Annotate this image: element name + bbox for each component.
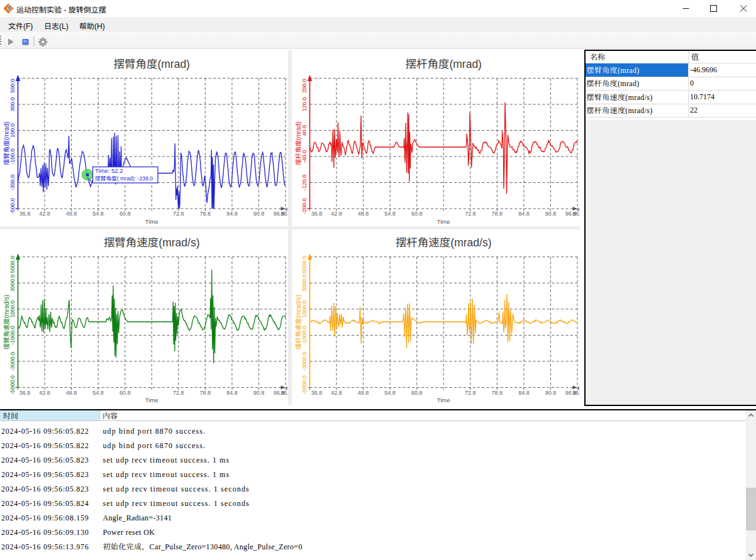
svg-text:60.8: 60.8 xyxy=(120,211,131,217)
svg-text:72.8: 72.8 xyxy=(465,211,476,217)
svg-text:300.0: 300.0 xyxy=(9,97,16,112)
svg-text:84.8: 84.8 xyxy=(226,211,238,217)
svg-text:-5000.0: -5000.0 xyxy=(9,375,16,395)
svg-text:96.: 96. xyxy=(572,211,580,217)
svg-text:-120.0: -120.0 xyxy=(301,175,308,191)
svg-text:90.8: 90.8 xyxy=(545,211,557,217)
svg-text:摆杆角速度(mrad/s): 摆杆角速度(mrad/s) xyxy=(293,295,303,349)
svg-text:Time: Time xyxy=(145,218,158,225)
svg-text:摆杆角度(mrad): 摆杆角度(mrad) xyxy=(293,121,303,165)
svg-text:5000.0: 5000.0 xyxy=(9,256,16,273)
svg-text:90.8: 90.8 xyxy=(253,211,265,217)
svg-text:96.: 96. xyxy=(281,390,288,396)
svg-text:摆臂角度(mrad): 摆臂角度(mrad) xyxy=(113,55,190,71)
svg-text:90.8: 90.8 xyxy=(545,390,557,396)
svg-text:42.8: 42.8 xyxy=(39,390,50,396)
svg-text:48.8: 48.8 xyxy=(66,211,77,217)
svg-text:摆臂角速度(mrad/s): 摆臂角速度(mrad/s) xyxy=(104,234,200,250)
svg-text:3000.0: 3000.0 xyxy=(301,275,308,292)
svg-text:48.8: 48.8 xyxy=(66,390,77,396)
svg-text:5000.0: 5000.0 xyxy=(301,256,308,273)
svg-text:500.0: 500.0 xyxy=(9,79,16,93)
svg-text:96.: 96. xyxy=(572,390,580,396)
svg-text:42.8: 42.8 xyxy=(331,390,342,396)
svg-text:36.8: 36.8 xyxy=(311,211,323,217)
svg-text:60.8: 60.8 xyxy=(411,211,423,217)
svg-text:78.8: 78.8 xyxy=(492,390,503,396)
svg-text:54.8: 54.8 xyxy=(384,390,396,396)
svg-text:72.8: 72.8 xyxy=(465,390,476,396)
svg-text:摆杆角速度(mrad/s): 摆杆角速度(mrad/s) xyxy=(396,234,492,250)
svg-text:54.8: 54.8 xyxy=(92,390,104,396)
svg-text:Time: Time xyxy=(437,397,450,404)
svg-text:78.8: 78.8 xyxy=(200,211,211,217)
svg-text:-3000.0: -3000.0 xyxy=(301,352,308,371)
svg-text:摆臂角速度(mrad/s): 摆臂角速度(mrad/s) xyxy=(1,295,11,349)
svg-text:72.8: 72.8 xyxy=(173,211,184,217)
svg-text:78.8: 78.8 xyxy=(492,211,503,217)
svg-text:60.8: 60.8 xyxy=(120,390,131,396)
svg-text:84.8: 84.8 xyxy=(226,390,238,396)
svg-text:-300.0: -300.0 xyxy=(9,175,16,191)
svg-text:Time: Time xyxy=(145,397,158,404)
svg-text:摆杆角度(mrad): 摆杆角度(mrad) xyxy=(405,55,482,71)
svg-text:200.0: 200.0 xyxy=(301,79,308,93)
svg-text:Time: Time xyxy=(437,218,450,225)
svg-text:42.8: 42.8 xyxy=(331,211,342,217)
svg-text:54.8: 54.8 xyxy=(384,211,396,217)
svg-text:84.8: 84.8 xyxy=(518,211,530,217)
svg-text:-3000.0: -3000.0 xyxy=(9,352,16,371)
svg-text:60.8: 60.8 xyxy=(411,390,423,396)
svg-text:78.8: 78.8 xyxy=(200,390,211,396)
svg-text:-200.0: -200.0 xyxy=(301,198,308,214)
svg-text:48.8: 48.8 xyxy=(358,211,369,217)
svg-text:摆臂角度( mrad): -238.0: 摆臂角度( mrad): -238.0 xyxy=(95,174,153,182)
svg-text:54.8: 54.8 xyxy=(92,211,104,217)
svg-text:摆臂角度(mrad): 摆臂角度(mrad) xyxy=(1,121,11,165)
svg-text:36.8: 36.8 xyxy=(19,390,31,396)
svg-text:36.8: 36.8 xyxy=(19,211,31,217)
svg-text:3000.0: 3000.0 xyxy=(9,275,16,292)
svg-text:-5000.0: -5000.0 xyxy=(301,375,308,395)
svg-text:84.8: 84.8 xyxy=(518,390,530,396)
svg-text:96.: 96. xyxy=(281,211,288,217)
svg-text:90.8: 90.8 xyxy=(253,390,265,396)
svg-text:120.0: 120.0 xyxy=(301,97,308,112)
svg-text:36.8: 36.8 xyxy=(311,390,323,396)
svg-text:-500.0: -500.0 xyxy=(9,198,16,214)
svg-text:72.8: 72.8 xyxy=(173,390,184,396)
svg-text:48.8: 48.8 xyxy=(358,390,369,396)
svg-text:42.8: 42.8 xyxy=(39,211,50,217)
